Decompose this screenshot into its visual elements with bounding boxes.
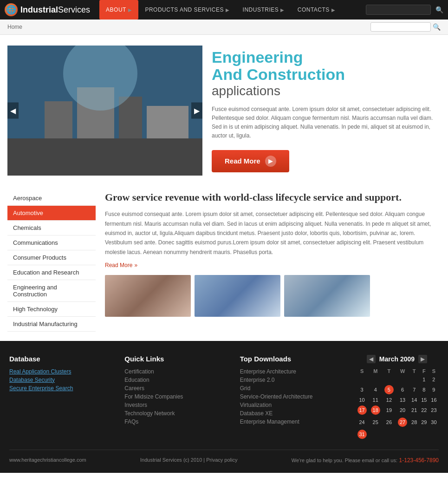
cal-day[interactable]: 2 <box>429 375 439 384</box>
cal-day[interactable]: 21 <box>409 404 419 416</box>
cal-day[interactable] <box>355 375 369 384</box>
cal-day[interactable]: 29 <box>419 416 429 428</box>
cal-day[interactable]: 7 <box>409 384 419 396</box>
cal-day[interactable]: 14 <box>409 396 419 404</box>
hero-next-button[interactable]: ▶ <box>191 102 202 118</box>
header-search-input[interactable] <box>366 5 431 15</box>
footer-link-enterprise-search[interactable]: Secure Enterprise Search <box>9 385 115 392</box>
hero-read-more-label: Read More <box>225 157 260 165</box>
footer-quicklink-midsize[interactable]: For Midsize Companies <box>124 393 230 400</box>
cal-day[interactable]: 9 <box>429 384 439 396</box>
cal-day-5[interactable]: 5 <box>382 384 396 396</box>
sidebar-item-consumer-products[interactable]: Consumer Products <box>7 250 96 265</box>
footer-quicklink-technetwork[interactable]: Technology Network <box>124 410 230 417</box>
cal-day-31[interactable]: 31 <box>355 428 369 440</box>
cal-day[interactable] <box>369 375 382 384</box>
cal-day[interactable]: 13 <box>396 396 409 404</box>
footer-calendar: ◀ March 2009 ▶ S M T W T F S <box>355 355 439 440</box>
cal-header-f: F <box>419 367 429 375</box>
cal-header-s2: S <box>429 367 439 375</box>
sidebar-item-engineering-construction[interactable]: Engineering and Construction <box>7 280 96 302</box>
sidebar-item-communications[interactable]: Communications <box>7 235 96 250</box>
calendar-prev-button[interactable]: ◀ <box>367 355 376 363</box>
main-read-more-link[interactable]: Read More <box>105 262 137 268</box>
cal-day[interactable] <box>396 375 409 384</box>
nav-about-label: ABOUT <box>106 7 126 13</box>
breadcrumb-search-icon[interactable]: 🔍 <box>433 23 441 31</box>
cal-day[interactable]: 28 <box>409 416 419 428</box>
sidebar-item-automotive[interactable]: Automotive <box>7 206 96 221</box>
cal-day[interactable]: 15 <box>419 396 429 404</box>
cal-day-17[interactable]: 17 <box>355 404 369 416</box>
calendar-next-button[interactable]: ▶ <box>418 355 427 363</box>
header: IndustrialServices ABOUT ▶ PRODUCTS AND … <box>0 0 448 20</box>
hero-read-more-arrow: ▶ <box>265 156 276 167</box>
header-search-icon[interactable]: 🔍 <box>435 6 443 13</box>
sidebar-item-industrial-manufacturing[interactable]: Industrial Manufacturing <box>7 317 96 332</box>
main-nav: ABOUT ▶ PRODUCTS AND SERVICES ▶ INDUSTRI… <box>99 0 342 20</box>
footer-link-rac[interactable]: Real Application Clusters <box>9 368 115 375</box>
cal-day[interactable]: 10 <box>355 396 369 404</box>
cal-day[interactable]: 6 <box>396 384 409 396</box>
gallery-image-3 <box>284 275 370 317</box>
cal-day[interactable]: 23 <box>429 404 439 416</box>
breadcrumb-search-input[interactable] <box>370 22 431 32</box>
cal-day-27[interactable]: 27 <box>396 416 409 428</box>
cal-day-18[interactable]: 18 <box>369 404 382 416</box>
sidebar-item-education-research[interactable]: Education and Research <box>7 265 96 280</box>
nav-products[interactable]: PRODUCTS AND SERVICES ▶ <box>138 0 236 20</box>
footer-link-db-security[interactable]: Database Security <box>9 377 115 383</box>
footer-download-em[interactable]: Enterprise Management <box>240 419 346 425</box>
cal-day[interactable]: 3 <box>355 384 369 396</box>
footer-download-dbxe[interactable]: Database XE <box>240 410 346 417</box>
footer-quicklink-education[interactable]: Education <box>124 377 230 383</box>
cal-day[interactable]: 22 <box>419 404 429 416</box>
footer-contact: We're glad to help you. Please email or … <box>292 457 439 464</box>
cal-day[interactable]: 1 <box>419 375 429 384</box>
hero-read-more-button[interactable]: Read More ▶ <box>212 150 289 172</box>
footer-quicklink-investors[interactable]: Investors <box>124 402 230 408</box>
cal-day[interactable]: 12 <box>382 396 396 404</box>
calendar-grid: S M T W T F S <box>355 367 439 440</box>
footer-download-e2[interactable]: Enterprise 2.0 <box>240 377 346 383</box>
footer-download-ea[interactable]: Enterprise Architecture <box>240 368 346 375</box>
logo-strong: Industrial <box>20 5 58 14</box>
cal-day[interactable]: 20 <box>396 404 409 416</box>
logo-normal: Services <box>58 5 90 14</box>
cal-day[interactable]: 19 <box>382 404 396 416</box>
breadcrumb[interactable]: Home <box>7 24 22 30</box>
nav-industries-label: INDUSTRIES <box>243 7 279 13</box>
nav-contacts[interactable]: CONTACTS ▶ <box>291 0 342 20</box>
hero-prev-button[interactable]: ◀ <box>7 102 19 118</box>
cal-day[interactable] <box>409 375 419 384</box>
cal-day <box>382 428 396 440</box>
sidebar-item-high-technology[interactable]: High Technology <box>7 302 96 317</box>
hero-image-overlay <box>7 46 202 176</box>
footer-quicklink-faqs[interactable]: FAQs <box>124 419 230 425</box>
cal-day[interactable]: 30 <box>429 416 439 428</box>
footer-quicklink-certification[interactable]: Certification <box>124 368 230 375</box>
hero-section: ◀ ▶ Engineering And Construction applica… <box>0 35 448 186</box>
footer-col-quicklinks: Quick Links Certification Education Care… <box>124 355 230 440</box>
cal-day[interactable]: 26 <box>382 416 396 428</box>
cal-day[interactable]: 8 <box>419 384 429 396</box>
nav-about[interactable]: ABOUT ▶ <box>99 0 138 20</box>
footer-download-virtualization[interactable]: Virtualization <box>240 402 346 408</box>
nav-products-label: PRODUCTS AND SERVICES <box>145 7 224 13</box>
logo-icon <box>5 3 18 16</box>
cal-day[interactable]: 16 <box>429 396 439 404</box>
nav-industries[interactable]: INDUSTRIES ▶ <box>236 0 291 20</box>
footer-download-soa[interactable]: Service-Oriented Architecture <box>240 393 346 400</box>
cal-day[interactable]: 25 <box>369 416 382 428</box>
cal-day[interactable]: 24 <box>355 416 369 428</box>
footer-download-grid[interactable]: Grid <box>240 385 346 392</box>
sidebar-item-aerospace[interactable]: Aerospace <box>7 191 96 206</box>
cal-header-m: M <box>369 367 382 375</box>
cal-day[interactable] <box>382 375 396 384</box>
footer-contact-text: We're glad to help you. Please email or … <box>292 458 397 463</box>
cal-day <box>419 428 429 440</box>
footer-quicklink-careers[interactable]: Careers <box>124 385 230 392</box>
cal-day[interactable]: 11 <box>369 396 382 404</box>
sidebar-item-chemicals[interactable]: Chemicals <box>7 221 96 235</box>
cal-day[interactable]: 4 <box>369 384 382 396</box>
